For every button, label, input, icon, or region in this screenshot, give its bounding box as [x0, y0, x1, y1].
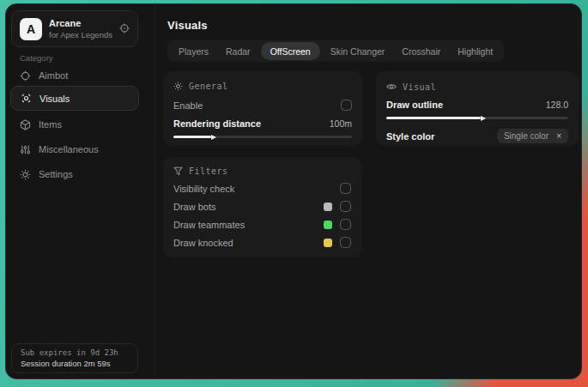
sidebar-item-label: Aimbot: [39, 70, 68, 81]
app-subtitle: for Apex Legends: [49, 30, 119, 39]
slider-fill[interactable]: [173, 136, 211, 138]
tab-highlight[interactable]: Highlight: [449, 40, 501, 62]
tab-skin-changer[interactable]: Skin Changer: [322, 40, 394, 62]
rendering-distance-slider[interactable]: [173, 136, 352, 138]
sidebar-item-items[interactable]: Items: [10, 113, 139, 136]
app-logo: A: [20, 18, 42, 40]
page-title: Visuals: [167, 19, 208, 32]
sidebar-item-miscellaneous[interactable]: Miscellaneous: [10, 138, 139, 160]
sidebar-item-settings[interactable]: Settings: [10, 163, 139, 185]
style-color-select[interactable]: Single color ×: [497, 129, 568, 143]
draw-teammates-label: Draw teammates: [173, 220, 324, 230]
general-panel: General Enable Rendering distance 100m: [163, 71, 362, 146]
sidebar: A Arcane for Apex Legends Category: [6, 4, 155, 378]
cube-icon: [20, 119, 31, 130]
crosshair-icon: [20, 70, 31, 82]
tab-crosshair[interactable]: Crosshair: [393, 40, 449, 62]
style-color-selected: Single color: [504, 131, 549, 141]
enable-label: Enable: [173, 100, 341, 111]
target-icon[interactable]: [119, 21, 130, 37]
panel-title: General: [189, 82, 228, 91]
sub-expires-text: Sub expires in 9d 23h: [21, 348, 129, 357]
rendering-distance-value: 100m: [330, 118, 352, 129]
sidebar-item-aimbot[interactable]: Aimbot: [10, 64, 139, 87]
sliders-icon: [20, 144, 31, 155]
draw-bots-color-swatch[interactable]: [324, 203, 332, 211]
tab-radar[interactable]: Radar: [217, 40, 259, 62]
tab-bar: Players Radar OffScreen Skin Changer Cro…: [167, 40, 504, 62]
app-window: A Arcane for Apex Legends Category: [5, 3, 582, 379]
draw-outline-value: 128.0: [546, 100, 568, 110]
funnel-icon: [173, 166, 183, 176]
sidebar-item-visuals[interactable]: Visuals: [10, 86, 139, 111]
session-duration-text: Session duration 2m 59s: [21, 359, 129, 368]
sidebar-item-label: Miscellaneous: [39, 144, 99, 154]
sidebar-item-label: Settings: [39, 169, 73, 179]
panel-title: Filters: [189, 166, 228, 176]
scan-eye-icon: [21, 93, 32, 104]
visual-panel: Visual Draw outline 128.0 Style color Si…: [376, 71, 579, 146]
clear-icon[interactable]: ×: [556, 132, 561, 141]
visibility-check-checkbox[interactable]: [340, 183, 351, 194]
enable-checkbox[interactable]: [341, 100, 352, 111]
sidebar-item-label: Visuals: [39, 94, 70, 104]
rendering-distance-label: Rendering distance: [173, 118, 330, 129]
visibility-check-label: Visibility check: [173, 184, 340, 194]
draw-bots-label: Draw bots: [173, 202, 324, 212]
draw-knocked-label: Draw knocked: [173, 238, 324, 248]
category-label: Category: [20, 53, 53, 63]
app-header-card: A Arcane for Apex Legends: [11, 10, 138, 47]
slider-fill[interactable]: [386, 117, 481, 119]
app-name: Arcane: [49, 18, 119, 28]
draw-knocked-checkbox[interactable]: [340, 237, 351, 248]
eye-icon: [386, 82, 397, 92]
draw-outline-label: Draw outline: [386, 100, 546, 110]
panel-title: Visual: [403, 82, 436, 92]
draw-knocked-color-swatch[interactable]: [324, 239, 332, 247]
sun-icon: [173, 82, 183, 91]
subscription-info-card: Sub expires in 9d 23h Session duration 2…: [11, 343, 138, 373]
draw-teammates-color-swatch[interactable]: [324, 221, 332, 229]
draw-teammates-checkbox[interactable]: [340, 219, 351, 230]
filters-panel: Filters Visibility check Draw bots Draw …: [163, 157, 361, 257]
main-content: Visuals Players Radar OffScreen Skin Cha…: [156, 4, 581, 378]
draw-outline-slider[interactable]: [386, 117, 568, 119]
tab-offscreen[interactable]: OffScreen: [261, 42, 320, 60]
tab-players[interactable]: Players: [170, 40, 217, 62]
style-color-label: Style color: [386, 131, 497, 142]
draw-bots-checkbox[interactable]: [340, 201, 351, 212]
gear-icon: [20, 169, 31, 180]
sidebar-item-label: Items: [39, 119, 62, 130]
